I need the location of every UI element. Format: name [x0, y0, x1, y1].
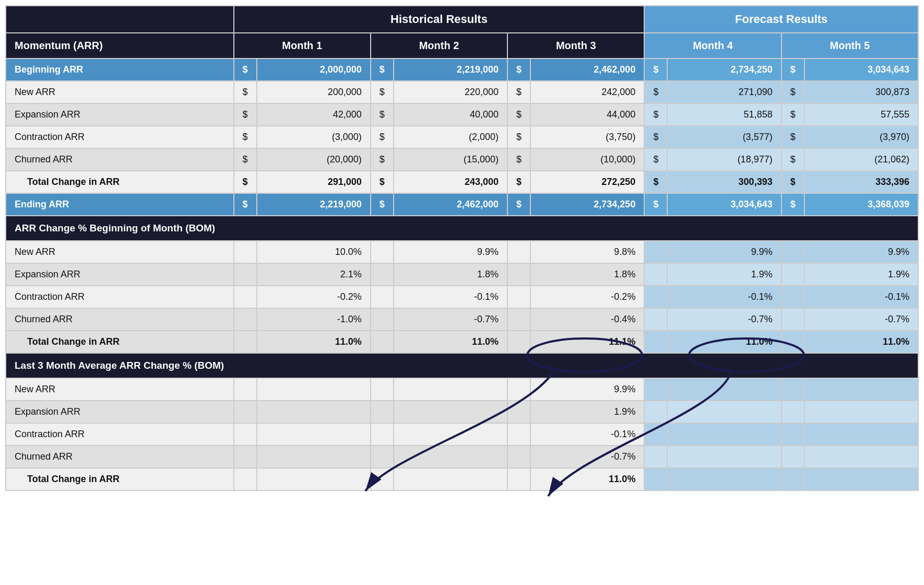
arr-change-title: ARR Change % Beginning of Month (BOM)	[6, 216, 918, 241]
last3-contraction-label: Contraction ARR	[6, 423, 234, 446]
m4-dollar-3: $	[644, 126, 667, 148]
month3-header: Month 3	[507, 33, 644, 58]
arr-change-new-arr-label: New ARR	[6, 241, 234, 263]
m1-val-3: (3,000)	[257, 126, 371, 148]
m5-dollar-0: $	[781, 58, 804, 81]
contraction-arr-label: Contraction ARR	[6, 126, 234, 148]
new-arr-label: New ARR	[6, 81, 234, 103]
m1-dollar-5: $	[234, 171, 257, 193]
l3-m4-0	[667, 378, 781, 401]
m3-dollar-2: $	[507, 103, 530, 126]
arr-m1-2: -0.2%	[257, 286, 371, 308]
m3-val-2: 44,000	[530, 103, 644, 126]
arr-m3-1: 1.8%	[530, 263, 644, 286]
last3-new-arr-row: New ARR 9.9%	[6, 378, 918, 401]
m4-dollar-5: $	[644, 171, 667, 193]
l3-m1-0	[257, 378, 371, 401]
m2-val-0: 2,219,000	[394, 58, 507, 81]
last3-churned-row: Churned ARR -0.7%	[6, 446, 918, 468]
arr-m4-1: 1.9%	[667, 263, 781, 286]
m2-val-3: (2,000)	[394, 126, 507, 148]
l3-m1-2	[257, 423, 371, 446]
l3-m3-3: -0.7%	[530, 446, 644, 468]
historical-header: Historical Results	[234, 6, 645, 33]
m1-val-5: 291,000	[257, 171, 371, 193]
m4-val-6: 3,034,643	[667, 193, 781, 216]
l3-m5-1	[804, 401, 918, 423]
l3-total-m5	[804, 468, 918, 490]
last3-total-label: Total Change in ARR	[6, 468, 234, 490]
month2-header: Month 2	[371, 33, 507, 58]
m4-dollar-6: $	[644, 193, 667, 216]
arr-change-churned-label: Churned ARR	[6, 308, 234, 331]
m1-dollar-0: $	[234, 58, 257, 81]
l3-m5-0	[804, 378, 918, 401]
month5-header: Month 5	[781, 33, 918, 58]
expansion-arr-row: Expansion ARR $ 42,000 $ 40,000 $ 44,000…	[6, 103, 918, 126]
expansion-arr-label: Expansion ARR	[6, 103, 234, 126]
m5-dollar-3: $	[781, 126, 804, 148]
m3-val-3: (3,750)	[530, 126, 644, 148]
m3-dollar-4: $	[507, 148, 530, 171]
m5-dollar-6: $	[781, 193, 804, 216]
momentum-header	[6, 6, 234, 33]
m4-val-2: 51,858	[667, 103, 781, 126]
forecast-header: Forecast Results	[644, 6, 918, 33]
l3-total-m2	[394, 468, 507, 490]
l3-m1-1	[257, 401, 371, 423]
m5-val-4: (21,062)	[804, 148, 918, 171]
arr-total-m2: 11.0%	[394, 331, 507, 353]
l3-m2-0	[394, 378, 507, 401]
m1-dollar-4: $	[234, 148, 257, 171]
m2-val-6: 2,462,000	[394, 193, 507, 216]
m4-dollar-1: $	[644, 81, 667, 103]
m5-val-5: 333,396	[804, 171, 918, 193]
m3-dollar-0: $	[507, 58, 530, 81]
arr-m4-2: -0.1%	[667, 286, 781, 308]
beginning-arr-label: Beginning ARR	[6, 58, 234, 81]
m1-val-1: 200,000	[257, 81, 371, 103]
arr-m4-3: -0.7%	[667, 308, 781, 331]
churned-arr-label: Churned ARR	[6, 148, 234, 171]
m4-dollar-0: $	[644, 58, 667, 81]
arr-m3-0: 9.8%	[530, 241, 644, 263]
m4-val-0: 2,734,250	[667, 58, 781, 81]
m4-dollar-4: $	[644, 148, 667, 171]
arr-m5-0: 9.9%	[804, 241, 918, 263]
l3-total-m1	[257, 468, 371, 490]
arr-total-m1: 11.0%	[257, 331, 371, 353]
new-arr-row: New ARR $ 200,000 $ 220,000 $ 242,000 $ …	[6, 81, 918, 103]
m1-val-4: (20,000)	[257, 148, 371, 171]
arr-m3-2: -0.2%	[530, 286, 644, 308]
m1-val-6: 2,219,000	[257, 193, 371, 216]
m5-dollar-1: $	[781, 81, 804, 103]
m2-val-5: 243,000	[394, 171, 507, 193]
ending-arr-row: Ending ARR $ 2,219,000 $ 2,462,000 $ 2,7…	[6, 193, 918, 216]
l3-m1-3	[257, 446, 371, 468]
l3-total-m3: 11.0%	[530, 468, 644, 490]
arr-m1-0: 10.0%	[257, 241, 371, 263]
m1-val-2: 42,000	[257, 103, 371, 126]
m1-dollar-1: $	[234, 81, 257, 103]
m4-val-4: (18,977)	[667, 148, 781, 171]
momentum-label: Momentum (ARR)	[6, 33, 234, 58]
ending-arr-label: Ending ARR	[6, 193, 234, 216]
arr-m5-1: 1.9%	[804, 263, 918, 286]
beginning-arr-row: Beginning ARR $ 2,000,000 $ 2,219,000 $ …	[6, 58, 918, 81]
m2-dollar-4: $	[371, 148, 394, 171]
m5-val-0: 3,034,643	[804, 58, 918, 81]
arr-m4-0: 9.9%	[667, 241, 781, 263]
arr-m3-3: -0.4%	[530, 308, 644, 331]
arr-m2-2: -0.1%	[394, 286, 507, 308]
m5-val-3: (3,970)	[804, 126, 918, 148]
l3-total-m4	[667, 468, 781, 490]
total-change-arr-row: Total Change in ARR $ 291,000 $ 243,000 …	[6, 171, 918, 193]
month1-header: Month 1	[234, 33, 371, 58]
m5-val-2: 57,555	[804, 103, 918, 126]
last3-expansion-label: Expansion ARR	[6, 401, 234, 423]
arr-m1-3: -1.0%	[257, 308, 371, 331]
m2-val-1: 220,000	[394, 81, 507, 103]
last3-total-row: Total Change in ARR 11.0%	[6, 468, 918, 490]
m2-val-2: 40,000	[394, 103, 507, 126]
m3-dollar-1: $	[507, 81, 530, 103]
